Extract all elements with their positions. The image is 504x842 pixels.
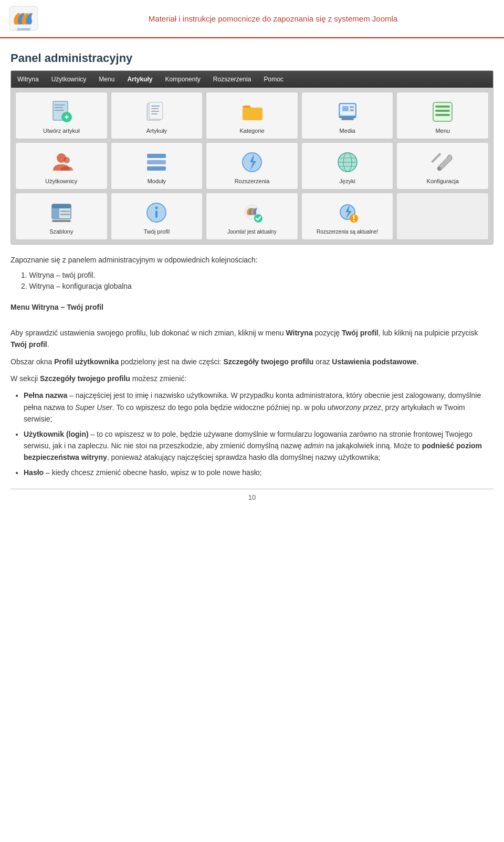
icon-cell-jezyki[interactable]: Języki — [301, 142, 394, 190]
svg-rect-21 — [350, 109, 354, 111]
user-icon — [49, 150, 74, 175]
nav-menu[interactable]: Menu — [92, 71, 121, 88]
intro-text: Zapoznanie się z panelem administracyjny… — [10, 254, 494, 266]
icon-label-konfiguracja: Konfiguracja — [427, 178, 459, 184]
section-heading: Menu Witryna – Twój profil — [10, 301, 494, 313]
nav-witryna[interactable]: Witryna — [11, 71, 45, 88]
icon-label-szablony: Szablony — [49, 228, 73, 235]
list-item-uzytkownik-login: Użytkownik (login) – to co wpiszesz w to… — [24, 428, 494, 464]
uzytkownik-login-desc: – to co wpiszesz w to pole, będzie używa… — [24, 430, 482, 462]
svg-rect-47 — [155, 210, 158, 218]
folder-icon — [239, 99, 265, 124]
profil-uzytkownika-bold: Profil użytkownika — [54, 357, 119, 366]
svg-rect-11 — [151, 106, 160, 107]
media-icon — [335, 99, 360, 124]
icon-label-rozszerzenia: Rozszerzenia — [235, 178, 270, 184]
page-footer: 10 — [10, 489, 494, 501]
haslo-bold: Hasło — [24, 468, 44, 477]
icon-cell-szablony[interactable]: Szablony — [15, 193, 108, 240]
svg-rect-13 — [151, 111, 159, 112]
doc-plus-icon — [49, 99, 74, 124]
menu-icon — [430, 99, 455, 124]
svg-rect-14 — [151, 113, 158, 114]
svg-rect-8 — [66, 115, 67, 119]
twoj-profil-bold-1: Twój profil — [342, 329, 379, 337]
header-divider — [0, 37, 504, 38]
page-number: 10 — [248, 493, 256, 501]
nav-uzytkownicy[interactable]: Użytkownicy — [45, 71, 93, 88]
icon-cell-uzytkownicy[interactable]: Użytkownicy — [15, 142, 108, 190]
icon-label-uzytkownicy: Użytkownicy — [45, 178, 77, 184]
nav-rozszerzenia[interactable]: Rozszerzenia — [207, 71, 258, 88]
joomla-update-icon — [239, 201, 265, 226]
svg-rect-3 — [55, 104, 65, 106]
section-heading-bold: Menu Witryna – Twój profil — [10, 303, 103, 311]
svg-rect-12 — [151, 108, 159, 109]
main-content: Panel administracyjny Witryna Użytkownic… — [0, 44, 504, 509]
bullet-list: Pełna nazwa – najczęściej jest to imię i… — [24, 390, 494, 478]
icon-cell-media[interactable]: Media — [301, 92, 394, 139]
svg-rect-43 — [60, 210, 70, 212]
wrench-icon — [430, 150, 455, 175]
lightning-icon — [239, 150, 265, 175]
icon-cell-menu[interactable]: Menu — [396, 92, 489, 139]
icon-cell-joomla-aktualny[interactable]: Joomla! jest aktualny — [206, 193, 298, 240]
icon-cell-empty — [396, 193, 489, 240]
numbered-item-1: 1. Witryna – twój profil. — [21, 271, 494, 279]
pelna-nazwa-desc: – najczęściej jest to imię i nazwisko uż… — [24, 391, 481, 423]
svg-rect-24 — [435, 110, 450, 112]
icon-label-utworz-artykul: Utwórz artykuł — [43, 128, 80, 134]
svg-rect-28 — [147, 154, 166, 158]
svg-rect-20 — [350, 106, 354, 108]
doc-list-icon — [144, 99, 169, 124]
svg-rect-5 — [55, 110, 64, 111]
page-header: Joomla! Materiał i instrukcje pomocnicze… — [0, 0, 504, 37]
panel-title: Panel administracyjny — [10, 51, 494, 65]
haslo-desc: – kiedy chcesz zmienić obecne hasło, wpi… — [44, 468, 262, 477]
icon-cell-konfiguracja[interactable]: Konfiguracja — [396, 142, 489, 190]
svg-rect-17 — [339, 116, 356, 118]
svg-rect-54 — [353, 215, 354, 219]
modules-icon — [144, 150, 169, 175]
pelna-nazwa-bold: Pełna nazwa — [24, 391, 67, 399]
svg-rect-30 — [147, 166, 166, 171]
icon-cell-twoj-profil[interactable]: Twój profil — [111, 193, 203, 240]
icon-cell-moduly[interactable]: Moduły — [111, 142, 203, 190]
svg-rect-18 — [341, 118, 354, 120]
details-heading-para: W sekcji Szczegóły twojego profilu możes… — [10, 373, 494, 384]
icon-cell-rozszerzenia-aktualne[interactable]: Rozszerzenia są aktualne! — [301, 193, 394, 240]
svg-rect-25 — [435, 114, 450, 116]
svg-point-55 — [353, 219, 354, 221]
svg-rect-42 — [52, 208, 59, 219]
list-item-pelna-nazwa: Pełna nazwa – najczęściej jest to imię i… — [24, 390, 494, 425]
svg-point-27 — [64, 157, 70, 163]
template-icon — [49, 200, 74, 225]
info-icon — [144, 200, 169, 225]
svg-point-38 — [438, 167, 441, 170]
svg-rect-19 — [342, 106, 349, 111]
nav-artykuly[interactable]: Artykuły — [121, 71, 159, 88]
icon-cell-artykuly[interactable]: Artykuły — [111, 92, 203, 139]
icon-label-moduly: Moduły — [148, 178, 166, 184]
icon-label-joomla-aktualny: Joomla! jest aktualny — [227, 229, 276, 235]
numbered-item-2-text: Witryna – konfiguracja globalna — [29, 282, 132, 290]
numbered-item-1-text: Witryna – twój profil. — [29, 271, 96, 279]
podniesc-bold: podnieść poziom bezpieczeństwa witryny — [24, 441, 482, 461]
numbered-item-2: 2. Witryna – konfiguracja globalna — [21, 282, 494, 290]
icon-cell-rozszerzenia[interactable]: Rozszerzenia — [206, 142, 298, 190]
globe-icon — [335, 150, 360, 175]
svg-rect-44 — [60, 214, 70, 215]
svg-point-48 — [155, 207, 158, 209]
list-item-haslo: Hasło – kiedy chcesz zmienić obecne hasł… — [24, 467, 494, 478]
witryna-bold: Witryna — [286, 329, 312, 337]
icon-cell-kategorie[interactable]: Kategorie — [206, 92, 298, 139]
nav-komponenty[interactable]: Komponenty — [159, 71, 206, 88]
icon-cell-utworz-artykul[interactable]: Utwórz artykuł — [15, 92, 108, 139]
nav-pomoc[interactable]: Pomoc — [258, 71, 290, 88]
svg-rect-29 — [147, 160, 166, 164]
lightning2-icon — [335, 201, 360, 226]
twoj-profil-bold-2: Twój profil — [10, 340, 47, 349]
icon-label-twoj-profil: Twój profil — [144, 228, 170, 235]
ustawienia-bold: Ustawienia podstawowe — [332, 357, 416, 366]
icon-label-media: Media — [340, 128, 355, 134]
